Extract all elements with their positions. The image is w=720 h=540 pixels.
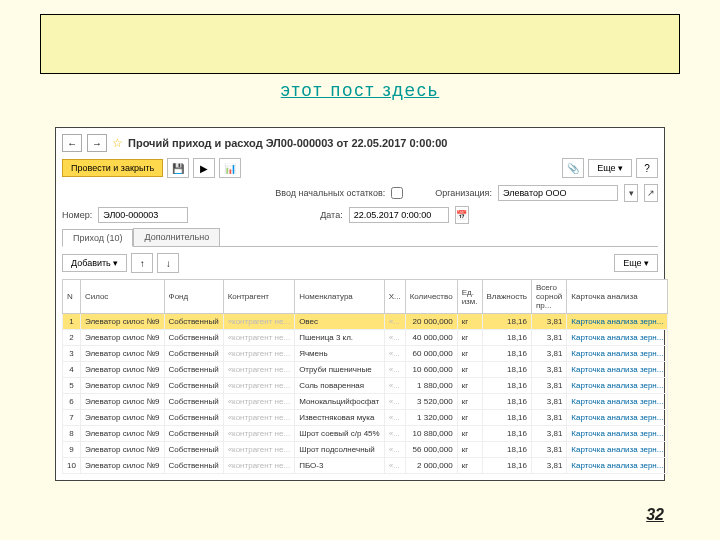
cell-card-link[interactable]: Карточка анализа зерн... [567, 362, 668, 378]
nav-forward-button[interactable]: → [87, 134, 107, 152]
organization-dropdown-button[interactable]: ▾ [624, 184, 638, 202]
cell-card-link[interactable]: Карточка анализа зерн... [567, 314, 668, 330]
cell-nomenclature[interactable]: Шрот соевый с/р 45% [295, 426, 385, 442]
column-header[interactable]: Карточка анализа [567, 280, 668, 314]
cell-uom[interactable]: кг [457, 362, 482, 378]
cell-fund[interactable]: Собственный [164, 314, 223, 330]
cell-sor[interactable]: 3,81 [532, 426, 567, 442]
cell-contractor[interactable]: «контрагент не... [223, 394, 295, 410]
cell-humidity[interactable]: 18,16 [482, 426, 532, 442]
cell-qty[interactable]: 10 600,000 [405, 362, 457, 378]
cell-sor[interactable]: 3,81 [532, 362, 567, 378]
cell-card-link[interactable]: Карточка анализа зерн... [567, 442, 668, 458]
cell-x[interactable]: «... [384, 362, 405, 378]
table-more-button[interactable]: Еще ▾ [614, 254, 658, 272]
cell-fund[interactable]: Собственный [164, 394, 223, 410]
post-button[interactable]: ▶ [193, 158, 215, 178]
cell-nomenclature[interactable]: Овес [295, 314, 385, 330]
post-and-close-button[interactable]: Провести и закрыть [62, 159, 163, 177]
cell-uom[interactable]: кг [457, 330, 482, 346]
cell-contractor[interactable]: «контрагент не... [223, 378, 295, 394]
table-row[interactable]: 7Элеватор силос №9Собственный«контрагент… [63, 410, 668, 426]
table-row[interactable]: 2Элеватор силос №9Собственный«контрагент… [63, 330, 668, 346]
cell-nomenclature[interactable]: Отруби пшеничные [295, 362, 385, 378]
cell-x[interactable]: «... [384, 378, 405, 394]
cell-sor[interactable]: 3,81 [532, 330, 567, 346]
cell-uom[interactable]: кг [457, 314, 482, 330]
cell-humidity[interactable]: 18,16 [482, 394, 532, 410]
date-picker-button[interactable]: 📅 [455, 206, 469, 224]
cell-contractor[interactable]: «контрагент не... [223, 426, 295, 442]
column-header[interactable]: Влажность [482, 280, 532, 314]
cell-qty[interactable]: 1 320,000 [405, 410, 457, 426]
table-row[interactable]: 9Элеватор силос №9Собственный«контрагент… [63, 442, 668, 458]
cell-contractor[interactable]: «контрагент не... [223, 314, 295, 330]
save-button[interactable]: 💾 [167, 158, 189, 178]
column-header[interactable]: Ед. изм. [457, 280, 482, 314]
organization-input[interactable] [498, 185, 618, 201]
cell-x[interactable]: «... [384, 394, 405, 410]
nav-back-button[interactable]: ← [62, 134, 82, 152]
cell-fund[interactable]: Собственный [164, 330, 223, 346]
cell-contractor[interactable]: «контрагент не... [223, 410, 295, 426]
cell-qty[interactable]: 20 000,000 [405, 314, 457, 330]
cell-qty[interactable]: 3 520,000 [405, 394, 457, 410]
cell-contractor[interactable]: «контрагент не... [223, 330, 295, 346]
column-header[interactable]: N [63, 280, 81, 314]
report-button[interactable]: 📊 [219, 158, 241, 178]
column-header[interactable]: Фонд [164, 280, 223, 314]
cell-fund[interactable]: Собственный [164, 346, 223, 362]
table-row[interactable]: 5Элеватор силос №9Собственный«контрагент… [63, 378, 668, 394]
table-row[interactable]: 1Элеватор силос №9Собственный«контрагент… [63, 314, 668, 330]
attach-button[interactable]: 📎 [562, 158, 584, 178]
cell-qty[interactable]: 60 000,000 [405, 346, 457, 362]
cell-nomenclature[interactable]: Пшеница 3 кл. [295, 330, 385, 346]
cell-card-link[interactable]: Карточка анализа зерн... [567, 410, 668, 426]
cell-fund[interactable]: Собственный [164, 362, 223, 378]
cell-fund[interactable]: Собственный [164, 410, 223, 426]
cell-uom[interactable]: кг [457, 346, 482, 362]
cell-fund[interactable]: Собственный [164, 378, 223, 394]
cell-x[interactable]: «... [384, 346, 405, 362]
column-header[interactable]: Всего сорной пр... [532, 280, 567, 314]
add-row-button[interactable]: Добавить ▾ [62, 254, 127, 272]
cell-uom[interactable]: кг [457, 378, 482, 394]
cell-qty[interactable]: 40 000,000 [405, 330, 457, 346]
cell-x[interactable]: «... [384, 442, 405, 458]
cell-sor[interactable]: 3,81 [532, 410, 567, 426]
cell-card-link[interactable]: Карточка анализа зерн... [567, 394, 668, 410]
help-button[interactable]: ? [636, 158, 658, 178]
cell-nomenclature[interactable]: Монокальцийфосфат [295, 394, 385, 410]
date-input[interactable] [349, 207, 449, 223]
column-header[interactable]: Количество [405, 280, 457, 314]
tab-income[interactable]: Приход (10) [62, 229, 133, 247]
cell-humidity[interactable]: 18,16 [482, 314, 532, 330]
cell-nomenclature[interactable]: Известняковая мука [295, 410, 385, 426]
cell-x[interactable]: «... [384, 458, 405, 474]
cell-uom[interactable]: кг [457, 426, 482, 442]
cell-sor[interactable]: 3,81 [532, 378, 567, 394]
cell-silo[interactable]: Элеватор силос №9 [80, 330, 164, 346]
organization-open-button[interactable]: ↗ [644, 184, 658, 202]
cell-uom[interactable]: кг [457, 394, 482, 410]
cell-silo[interactable]: Элеватор силос №9 [80, 346, 164, 362]
table-row[interactable]: 3Элеватор силос №9Собственный«контрагент… [63, 346, 668, 362]
cell-nomenclature[interactable]: ПБО-3 [295, 458, 385, 474]
cell-humidity[interactable]: 18,16 [482, 330, 532, 346]
cell-uom[interactable]: кг [457, 410, 482, 426]
tab-additional[interactable]: Дополнительно [133, 228, 220, 246]
cell-contractor[interactable]: «контрагент не... [223, 458, 295, 474]
cell-nomenclature[interactable]: Шрот подсолнечный [295, 442, 385, 458]
cell-humidity[interactable]: 18,16 [482, 442, 532, 458]
cell-qty[interactable]: 1 880,000 [405, 378, 457, 394]
cell-card-link[interactable]: Карточка анализа зерн... [567, 458, 668, 474]
cell-silo[interactable]: Элеватор силос №9 [80, 410, 164, 426]
cell-silo[interactable]: Элеватор силос №9 [80, 426, 164, 442]
cell-humidity[interactable]: 18,16 [482, 378, 532, 394]
move-down-button[interactable]: ↓ [157, 253, 179, 273]
cell-qty[interactable]: 2 000,000 [405, 458, 457, 474]
cell-card-link[interactable]: Карточка анализа зерн... [567, 378, 668, 394]
cell-sor[interactable]: 3,81 [532, 394, 567, 410]
cell-silo[interactable]: Элеватор силос №9 [80, 458, 164, 474]
cell-x[interactable]: «... [384, 410, 405, 426]
